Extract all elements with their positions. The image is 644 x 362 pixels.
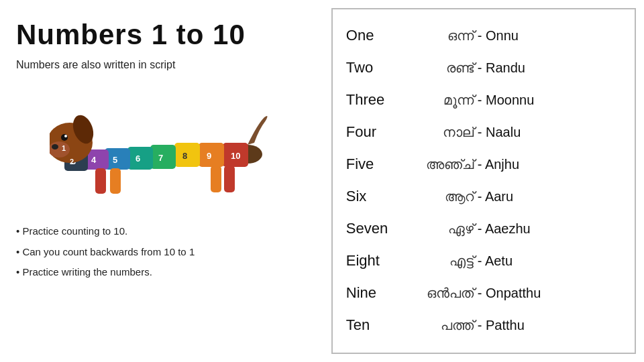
- page-title: Numbers 1 to 10: [16, 19, 311, 51]
- number-script: ഏഴ്: [400, 221, 474, 237]
- svg-text:8: 8: [182, 151, 187, 161]
- number-script: ഒന്ന്: [400, 28, 474, 44]
- number-english: Nine: [346, 284, 400, 302]
- number-row: Sevenഏഴ് - Aaezhu: [346, 220, 621, 237]
- number-latin: - Onnu: [474, 28, 519, 44]
- svg-rect-17: [95, 168, 106, 194]
- bullet-3: • Practice writing the numbers.: [16, 265, 311, 280]
- number-latin: - Naalu: [474, 125, 521, 140]
- svg-text:9: 9: [207, 151, 211, 161]
- number-row: Eightഎട്ട് - Aetu: [346, 252, 621, 269]
- number-english: Four: [346, 123, 400, 141]
- number-row: Threeമൂന്ന് - Moonnu: [346, 91, 621, 109]
- number-row: Oneഒന്ന് - Onnu: [346, 27, 621, 44]
- number-row: Fourനാല് - Naalu: [346, 123, 621, 141]
- svg-point-25: [64, 135, 67, 137]
- number-latin: - Moonnu: [474, 93, 535, 108]
- number-row: Tenപത്ത് - Patthu: [346, 316, 621, 334]
- svg-rect-19: [211, 166, 221, 192]
- subtitle-text: Numbers are also written in script: [16, 58, 311, 72]
- number-row: Nineഒൻപത് - Onpatthu: [346, 284, 621, 302]
- number-row: Twoരണ്ട് - Randu: [346, 59, 621, 76]
- svg-text:2: 2: [70, 158, 74, 166]
- bullet-2: • Can you count backwards from 10 to 1: [16, 245, 311, 260]
- svg-text:5: 5: [113, 155, 117, 165]
- number-script: പത്ത്: [400, 318, 474, 333]
- svg-text:7: 7: [158, 153, 163, 163]
- svg-text:10: 10: [231, 151, 240, 161]
- number-english: Eight: [346, 252, 400, 269]
- svg-text:4: 4: [91, 155, 97, 165]
- right-panel: Oneഒന്ന് - OnnuTwoരണ്ട് - RanduThreeമൂന്…: [331, 8, 636, 354]
- number-english: Five: [346, 156, 400, 173]
- number-latin: - Onpatthu: [474, 286, 541, 301]
- number-script: നാല്: [400, 125, 474, 140]
- svg-rect-18: [110, 168, 121, 194]
- number-english: Two: [346, 59, 400, 76]
- number-row: Fiveഅഞ്ച് - Anjhu: [346, 156, 621, 173]
- svg-text:6: 6: [136, 154, 140, 164]
- number-latin: - Aetu: [474, 253, 513, 269]
- number-latin: - Aaezhu: [474, 221, 531, 237]
- number-row: Sixആറ് - Aaru: [346, 188, 621, 205]
- number-script: രണ്ട്: [400, 60, 474, 76]
- number-english: Three: [346, 91, 400, 109]
- number-latin: - Anjhu: [474, 157, 519, 172]
- left-panel: Numbers 1 to 10 Numbers are also written…: [0, 0, 331, 362]
- number-latin: - Randu: [474, 60, 525, 76]
- number-script: എട്ട്: [400, 253, 474, 269]
- svg-rect-20: [224, 166, 235, 192]
- number-script: മൂന്ന്: [400, 93, 474, 108]
- number-english: Ten: [346, 316, 400, 334]
- bullet-points: • Practice counting to 10. • Can you cou…: [16, 224, 311, 286]
- number-script: ആറ്: [400, 189, 474, 204]
- bullet-1: • Practice counting to 10.: [16, 224, 311, 239]
- dog-image: 10 9 8 7 6 5 4 3: [50, 80, 278, 208]
- svg-point-23: [52, 144, 58, 149]
- number-latin: - Aaru: [474, 189, 513, 204]
- number-english: Six: [346, 188, 400, 205]
- number-script: ഒൻപത്: [400, 286, 474, 301]
- dog-puzzle-svg: 10 9 8 7 6 5 4 3: [50, 84, 278, 204]
- number-english: Seven: [346, 220, 400, 237]
- number-script: അഞ്ച്: [400, 157, 474, 172]
- svg-text:1: 1: [62, 144, 66, 152]
- svg-point-24: [61, 134, 68, 141]
- number-english: One: [346, 27, 400, 44]
- number-latin: - Patthu: [474, 318, 525, 333]
